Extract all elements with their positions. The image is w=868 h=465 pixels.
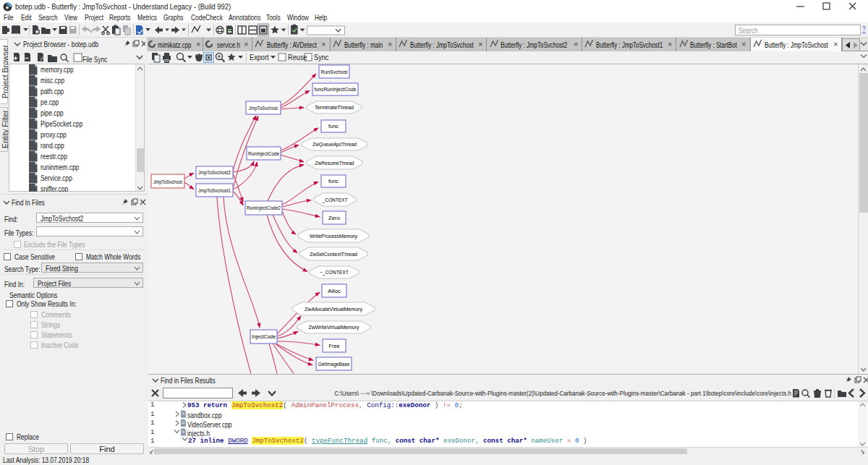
svg-text:JmpToSvchost1: JmpToSvchost1 <box>198 188 231 194</box>
svg-text:funcRunInjectCode: funcRunInjectCode <box>315 87 357 93</box>
svg-text:Free: Free <box>329 344 340 349</box>
svg-text:ZwWriteVirtualMemory: ZwWriteVirtualMemory <box>309 325 360 330</box>
svg-text:ZwQueueApcThread: ZwQueueApcThread <box>312 142 357 148</box>
svg-text:ZwResumeThread: ZwResumeThread <box>315 161 354 166</box>
svg-text:func: func <box>328 124 339 129</box>
svg-text:GetImageBase: GetImageBase <box>318 362 350 367</box>
svg-text:_CONTEXT: _CONTEXT <box>322 197 349 203</box>
svg-text:RunSvchost: RunSvchost <box>321 69 348 74</box>
svg-text:Zero: Zero <box>328 216 340 221</box>
svg-text:~_CONTEXT: ~_CONTEXT <box>320 270 349 276</box>
svg-text:RunInjectCode: RunInjectCode <box>248 151 279 157</box>
svg-text:func: func <box>328 179 339 184</box>
svg-text:JmpToSvchost: JmpToSvchost <box>249 106 278 111</box>
svg-text:JmpToSvchost2: JmpToSvchost2 <box>198 170 231 176</box>
svg-text:ZwAllocateVirtualMemory: ZwAllocateVirtualMemory <box>305 307 363 312</box>
svg-text:WriteProcessMemory: WriteProcessMemory <box>310 234 358 239</box>
svg-text:Alloc: Alloc <box>328 289 341 294</box>
svg-text:ZwSetContextThread: ZwSetContextThread <box>310 252 357 257</box>
svg-text:JmpToSvchost: JmpToSvchost <box>153 179 182 185</box>
svg-text:TerminateThread: TerminateThread <box>315 105 354 110</box>
svg-text:RunInjectCode2: RunInjectCode2 <box>247 205 281 211</box>
svg-text:InjectCode: InjectCode <box>252 334 276 340</box>
